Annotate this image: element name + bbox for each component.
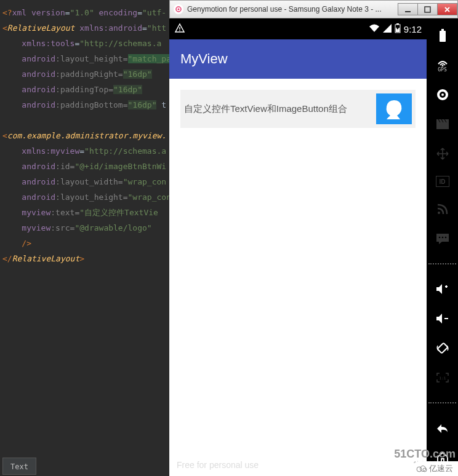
- svg-point-25: [423, 468, 427, 472]
- app-content: 自定义控件TextView和ImageButton组合: [169, 79, 427, 476]
- clapperboard-icon[interactable]: [435, 117, 450, 132]
- battery-icon: [395, 23, 401, 35]
- separator: [428, 402, 456, 403]
- custom-view-image[interactable]: [376, 93, 412, 124]
- gps-tool-icon[interactable]: GPS: [435, 58, 450, 73]
- svg-rect-9: [440, 31, 446, 42]
- svg-text:1:1: 1:1: [439, 376, 446, 380]
- camera-tool-icon[interactable]: [435, 87, 450, 102]
- free-text: Free for personal use: [177, 460, 259, 470]
- svg-rect-4: [179, 27, 180, 30]
- sms-icon[interactable]: [435, 231, 450, 246]
- svg-rect-21: [437, 343, 448, 354]
- volume-down-icon[interactable]: [435, 311, 450, 326]
- maximize-button[interactable]: [417, 3, 438, 15]
- back-icon[interactable]: [435, 421, 450, 435]
- android-status-bar: 9:12: [169, 18, 427, 39]
- rss-icon[interactable]: [435, 202, 450, 216]
- separator: [428, 263, 456, 264]
- emulator-window: Genymotion for personal use - Samsung Ga…: [169, 0, 458, 476]
- wifi-icon: [369, 23, 380, 35]
- svg-rect-3: [425, 7, 430, 12]
- svg-point-19: [441, 237, 443, 239]
- rotate-icon[interactable]: [435, 341, 450, 355]
- battery-tool-icon[interactable]: [435, 28, 450, 43]
- move-tool-icon[interactable]: [435, 146, 450, 161]
- emulator-sidebar: GPS ID 1:1: [427, 18, 458, 476]
- close-button[interactable]: [437, 3, 457, 15]
- svg-rect-2: [405, 11, 411, 12]
- yisu-watermark: 亿速云: [411, 461, 458, 476]
- svg-point-14: [441, 93, 444, 96]
- signal-icon: [383, 24, 392, 34]
- svg-rect-15: [436, 122, 449, 129]
- svg-rect-10: [441, 29, 444, 31]
- custom-view-text: 自定义控件TextView和ImageButton组合: [184, 103, 376, 115]
- svg-point-11: [441, 65, 443, 67]
- svg-rect-5: [179, 30, 180, 31]
- custom-view[interactable]: 自定义控件TextView和ImageButton组合: [180, 90, 416, 128]
- id-tool-icon[interactable]: ID: [436, 176, 449, 187]
- tab-text[interactable]: Text: [2, 458, 36, 475]
- svg-rect-7: [396, 23, 399, 25]
- warning-icon: [174, 23, 185, 36]
- genymotion-icon: [174, 4, 183, 14]
- app-bar: MyView: [169, 39, 427, 79]
- app-title: MyView: [180, 51, 228, 67]
- xml-editor[interactable]: <?xml version="1.0" encoding="utf- <Rela…: [0, 0, 169, 458]
- status-time: 9:12: [404, 24, 422, 34]
- window-titlebar[interactable]: Genymotion for personal use - Samsung Ga…: [169, 0, 458, 18]
- svg-point-16: [438, 212, 440, 214]
- svg-point-20: [444, 237, 446, 239]
- svg-point-1: [178, 9, 180, 10]
- volume-up-icon[interactable]: [435, 282, 450, 296]
- window-title: Genymotion for personal use - Samsung Ga…: [187, 5, 398, 14]
- fullscreen-icon[interactable]: 1:1: [435, 370, 450, 385]
- minimize-button[interactable]: [398, 3, 418, 15]
- device-screen: 9:12 MyView 自定义控件TextView和ImageButton组合 …: [169, 18, 427, 476]
- svg-point-18: [438, 237, 440, 239]
